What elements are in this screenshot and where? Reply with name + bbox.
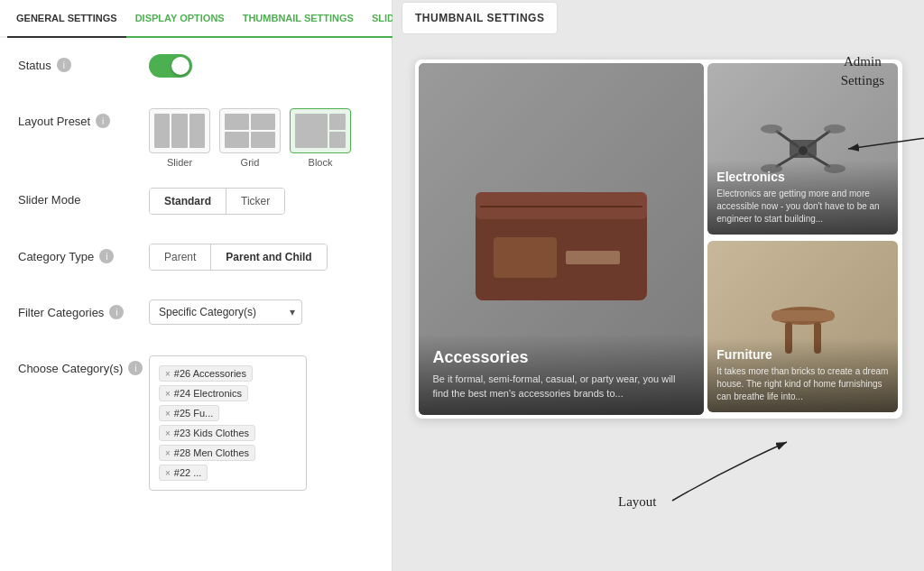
slider-mode-control: Standard Ticker: [149, 188, 374, 215]
preview-container: Accessories Be it formal, semi-formal, c…: [415, 60, 902, 419]
category-type-btn-group: Parent Parent and Child: [149, 244, 328, 271]
slider-mode-standard-btn[interactable]: Standard: [150, 189, 226, 214]
slider-label: Slider: [167, 157, 192, 168]
svg-line-7: [808, 131, 830, 147]
block-label: Block: [309, 157, 333, 168]
preview-main-title: Accessories: [433, 348, 690, 367]
filter-categories-info-icon[interactable]: i: [109, 305, 124, 319]
tag-23[interactable]: × #23 Kids Clothes: [159, 425, 255, 441]
layout-preset-control: Slider: [149, 108, 374, 168]
grid-icon[interactable]: [219, 108, 281, 153]
svg-point-11: [824, 124, 845, 134]
settings-content: Status i Layout Preset i: [0, 38, 392, 571]
tag-24[interactable]: × #24 Electronics: [159, 385, 248, 401]
tag-26-remove[interactable]: ×: [165, 369, 171, 379]
status-row: Status i: [18, 52, 374, 88]
layout-preset-label: Layout Preset i: [18, 108, 149, 128]
layout-icons-row: Slider: [149, 108, 351, 168]
tag-28[interactable]: × #28 Men Clothes: [159, 445, 255, 461]
svg-rect-18: [772, 310, 835, 321]
choose-category-label: Choose Category(s) i: [18, 355, 149, 375]
choose-category-control: × #26 Accessories × #24 Electronics × #2…: [149, 355, 374, 491]
svg-rect-3: [566, 251, 620, 264]
status-info-icon[interactable]: i: [57, 58, 71, 72]
preview-side1-overlay: Electronics Electronics are getting more…: [707, 161, 898, 235]
layout-preset-grid[interactable]: Grid: [219, 108, 281, 168]
tab-display[interactable]: DISPLAY OPTIONS: [126, 0, 234, 38]
tag-23-remove[interactable]: ×: [165, 428, 171, 438]
svg-point-14: [799, 146, 808, 155]
right-panel: THUMBNAIL SETTINGS: [393, 0, 924, 571]
preview-side1-title: Electronics: [716, 170, 889, 184]
layout-annotation: Layout: [618, 494, 657, 510]
filter-categories-control: All Categories Specific Category(s): [149, 299, 374, 325]
status-label: Status i: [18, 52, 149, 72]
preview-layout: Accessories Be it formal, semi-formal, c…: [415, 60, 902, 419]
preview-main-desc: Be it formal, semi-formal, casual, or pa…: [433, 373, 690, 401]
preview-side2-desc: It takes more than bricks to create a dr…: [716, 365, 889, 403]
filter-categories-label: Filter Categories i: [18, 299, 149, 319]
category-type-label: Category Type i: [18, 244, 149, 263]
thumbnail-settings-panel: THUMBNAIL SETTINGS: [402, 2, 558, 34]
wallet-svg: [467, 174, 656, 305]
slider-mode-row: Slider Mode Standard Ticker: [18, 188, 374, 224]
preview-side2-overlay: Furniture It takes more than bricks to c…: [707, 338, 898, 412]
tabs-bar: GENERAL SETTINGS DISPLAY OPTIONS THUMBNA…: [0, 0, 392, 38]
grid-label: Grid: [241, 157, 260, 168]
choose-category-row: Choose Category(s) i × #26 Accessories ×…: [18, 355, 374, 491]
category-type-parent-btn[interactable]: Parent: [150, 244, 211, 270]
preview-side1-desc: Electronics are getting more and more ac…: [716, 188, 889, 226]
tag-28-remove[interactable]: ×: [165, 448, 171, 458]
category-type-row: Category Type i Parent Parent and Child: [18, 244, 374, 280]
admin-settings-annotation: AdminSettings: [841, 52, 884, 90]
slider-mode-label: Slider Mode: [18, 188, 149, 207]
layout-preset-row: Layout Preset i: [18, 108, 374, 168]
status-toggle[interactable]: [149, 54, 192, 78]
tags-container: × #26 Accessories × #24 Electronics × #2…: [149, 355, 307, 491]
status-control: [149, 52, 374, 78]
svg-point-10: [761, 124, 782, 134]
slider-mode-btn-group: Standard Ticker: [149, 188, 285, 215]
tag-22-remove[interactable]: ×: [165, 468, 171, 478]
tab-thumbnail[interactable]: THUMBNAIL SETTINGS: [234, 0, 363, 38]
filter-categories-row: Filter Categories i All Categories Speci…: [18, 299, 374, 336]
category-type-parent-child-btn[interactable]: Parent and Child: [211, 244, 326, 270]
layout-preset-info-icon[interactable]: i: [96, 114, 110, 128]
slider-icon[interactable]: [149, 108, 210, 153]
filter-categories-select[interactable]: All Categories Specific Category(s): [149, 299, 302, 325]
svg-rect-2: [494, 237, 557, 278]
layout-preset-slider[interactable]: Slider: [149, 108, 210, 168]
tag-22[interactable]: × #22 ...: [159, 465, 208, 481]
filter-categories-select-wrapper: All Categories Specific Category(s): [149, 299, 302, 325]
preview-main-card: Accessories Be it formal, semi-formal, c…: [419, 63, 705, 415]
svg-line-6: [776, 131, 799, 147]
tag-24-remove[interactable]: ×: [165, 389, 171, 399]
preview-side-furniture: Furniture It takes more than bricks to c…: [707, 241, 898, 412]
block-icon[interactable]: [290, 108, 351, 153]
tag-26[interactable]: × #26 Accessories: [159, 365, 253, 382]
tab-general[interactable]: GENERAL SETTINGS: [7, 0, 126, 38]
svg-rect-4: [480, 206, 642, 207]
left-panel: GENERAL SETTINGS DISPLAY OPTIONS THUMBNA…: [0, 0, 393, 571]
layout-preset-block[interactable]: Block: [290, 108, 351, 168]
tag-25-remove[interactable]: ×: [165, 409, 171, 419]
tag-25[interactable]: × #25 Fu...: [159, 405, 219, 421]
main-container: GENERAL SETTINGS DISPLAY OPTIONS THUMBNA…: [0, 0, 924, 571]
slider-mode-ticker-btn[interactable]: Ticker: [226, 189, 284, 214]
preview-main-overlay: Accessories Be it formal, semi-formal, c…: [419, 334, 705, 415]
preview-side2-title: Furniture: [716, 347, 889, 362]
category-type-control: Parent Parent and Child: [149, 244, 374, 271]
category-type-info-icon[interactable]: i: [99, 249, 114, 263]
choose-category-info-icon[interactable]: i: [128, 361, 143, 375]
